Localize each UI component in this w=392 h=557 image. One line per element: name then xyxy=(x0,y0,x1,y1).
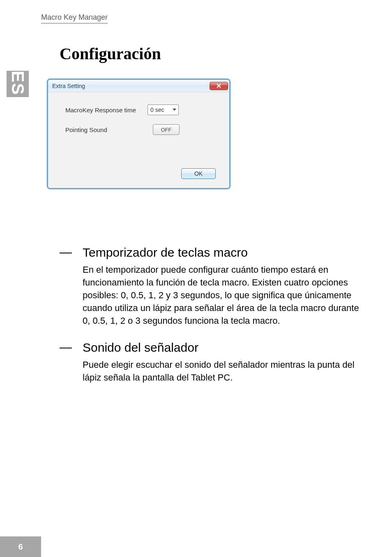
chevron-down-icon xyxy=(171,106,178,114)
language-tab: ES xyxy=(7,71,29,97)
dash-bullet: — xyxy=(60,245,83,327)
page-number: 6 xyxy=(0,536,41,557)
section-sound-title: Sonido del señalador xyxy=(83,340,365,355)
dialog-titlebar: Extra Setting xyxy=(48,80,229,92)
section-timer: — Temporizador de teclas macro En el tem… xyxy=(60,245,365,327)
ok-button[interactable]: OK xyxy=(181,168,216,179)
response-time-label: MacroKey Response time xyxy=(65,107,148,114)
pointing-sound-label: Pointing Sound xyxy=(65,126,148,133)
content-area: — Temporizador de teclas macro En el tem… xyxy=(60,245,365,397)
response-time-row: MacroKey Response time 0 sec xyxy=(65,104,220,115)
running-header: Macro Key Manager xyxy=(41,13,108,23)
dialog-title: Extra Setting xyxy=(52,83,85,89)
pointing-sound-row: Pointing Sound OFF xyxy=(65,124,220,135)
close-button[interactable] xyxy=(210,82,228,90)
pointing-sound-toggle[interactable]: OFF xyxy=(153,124,180,135)
extra-setting-dialog: Extra Setting MacroKey Response time 0 s… xyxy=(47,79,231,189)
page: Macro Key Manager ES Configuración Extra… xyxy=(0,0,392,557)
response-time-value: 0 sec xyxy=(150,107,164,113)
ok-button-label: OK xyxy=(194,170,203,177)
dash-bullet: — xyxy=(60,340,83,384)
page-title: Configuración xyxy=(60,44,161,63)
close-icon xyxy=(217,82,221,90)
section-timer-title: Temporizador de teclas macro xyxy=(83,245,365,260)
section-timer-text: En el temporizador puede configurar cuán… xyxy=(83,263,365,327)
dialog-body: MacroKey Response time 0 sec Pointing So… xyxy=(48,92,229,188)
section-sound-text: Puede elegir escuchar el sonido del seña… xyxy=(83,358,365,384)
section-sound: — Sonido del señalador Puede elegir escu… xyxy=(60,340,365,384)
pointing-sound-value: OFF xyxy=(161,127,172,133)
response-time-dropdown[interactable]: 0 sec xyxy=(148,104,179,115)
